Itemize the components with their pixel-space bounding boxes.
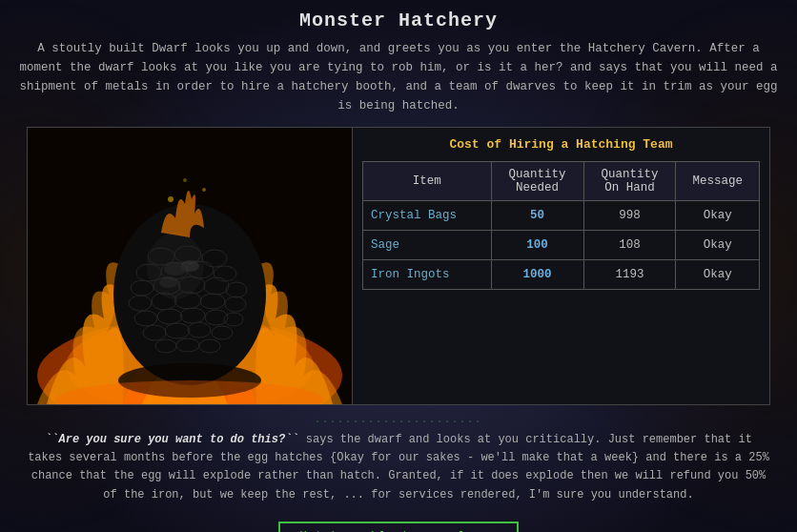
cell-item-name: Sage [363,231,492,260]
svg-point-39 [202,188,206,192]
egg-image [28,128,352,404]
cell-item-name: Crystal Bags [363,201,492,231]
cell-message: Okay [676,260,760,290]
table-row: Crystal Bags50998Okay [363,201,760,231]
page-title: Monster Hatchery [19,10,778,31]
cell-qty-needed: 50 [491,201,583,231]
svg-point-38 [168,196,174,202]
buttons-area: Hatch my black egg please Map Of Svartal… [19,518,778,532]
table-row: Sage100108Okay [363,231,760,260]
cell-qty-onhand: 1193 [583,260,676,290]
svg-point-35 [180,260,199,272]
col-header-item: Item [363,162,492,201]
main-content-area: Cost of Hiring a Hatching Team Item Quan… [27,127,770,405]
col-header-qty-onhand: QuantityOn Hand [583,162,676,201]
table-row: Iron Ingots10001193Okay [363,260,760,290]
cell-message: Okay [676,201,760,231]
svg-point-36 [159,276,178,288]
cell-qty-onhand: 108 [583,231,676,260]
cost-table: Item QuantityNeeded QuantityOn Hand Mess… [362,161,760,290]
cost-table-area: Cost of Hiring a Hatching Team Item Quan… [352,128,769,404]
svg-point-40 [183,178,187,182]
dotted-separator: ...................... [19,415,778,425]
intro-text: A stoutly built Dwarf looks you up and d… [19,39,778,115]
col-header-qty-needed: QuantityNeeded [491,162,583,201]
warning-quote: ``Are you sure you want to do this?`` [45,433,298,446]
cell-item-name: Iron Ingots [363,260,492,290]
cost-table-title: Cost of Hiring a Hatching Team [362,137,760,152]
col-header-message: Message [676,162,760,201]
cell-message: Okay [676,231,760,260]
cell-qty-onhand: 998 [583,201,676,231]
hatch-button[interactable]: Hatch my black egg please [278,522,519,532]
warning-text: ``Are you sure you want to do this?`` sa… [27,431,770,504]
cell-qty-needed: 1000 [491,260,583,290]
cell-qty-needed: 100 [491,231,583,260]
